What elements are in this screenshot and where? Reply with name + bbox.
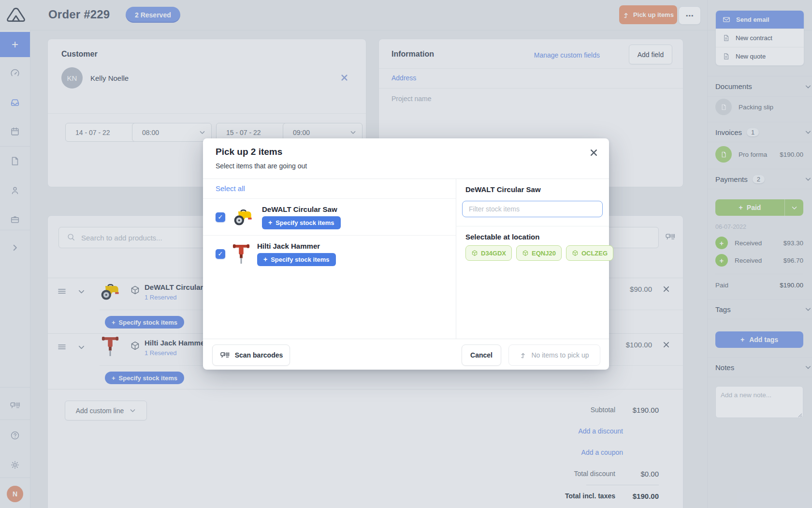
select-all-link[interactable]: Select all <box>216 184 245 193</box>
subtotal-value: $190.00 <box>628 406 659 414</box>
sidebar-item-documents[interactable] <box>0 156 30 166</box>
product-thumbnail-hammer <box>101 335 119 359</box>
sidebar-item-calendar[interactable] <box>0 126 30 137</box>
sidebar-item-settings[interactable] <box>0 460 30 470</box>
subtotal-row: Subtotal $190.00 <box>499 404 659 415</box>
drag-handle-icon[interactable] <box>58 344 66 350</box>
item-checkbox-checked[interactable]: ✓ <box>216 249 225 259</box>
add-field-button[interactable]: Add field <box>629 45 672 64</box>
total-discount-value: $0.00 <box>628 470 659 478</box>
packing-slip-row[interactable]: Packing slip <box>715 98 803 116</box>
stock-item-tag[interactable]: EQNJ20 <box>516 245 562 261</box>
page-title: Order #229 <box>48 8 110 21</box>
filter-stock-items-input[interactable] <box>462 201 603 217</box>
specify-stock-items-button[interactable]: + Specify stock items <box>105 372 184 384</box>
chevron-down-icon <box>805 83 812 90</box>
add-custom-line-select[interactable]: Add custom line <box>65 401 147 420</box>
payments-label: Payments <box>715 175 748 183</box>
user-avatar[interactable]: N <box>7 486 23 502</box>
row-expand-chevron-icon[interactable] <box>78 288 85 295</box>
paid-split-button[interactable]: + Paid <box>715 199 803 216</box>
add-tags-button[interactable]: + Add tags <box>715 331 803 348</box>
modal-detail-pane: DeWALT Circular Saw Selectable at locati… <box>456 179 609 339</box>
sidebar-expand-chevron[interactable] <box>0 243 30 252</box>
end-time-value: 09:00 <box>293 129 310 136</box>
remove-line-icon[interactable] <box>663 286 669 292</box>
modal-close-icon[interactable] <box>590 149 597 156</box>
modal-footer: Scan barcodes Cancel No items to pick up <box>203 339 609 370</box>
sidebar-item-orders[interactable] <box>0 97 30 108</box>
customer-clear-icon[interactable] <box>341 74 348 81</box>
item-checkbox-checked[interactable]: ✓ <box>216 212 225 222</box>
confirm-pickup-button[interactable]: No items to pick up <box>508 344 600 366</box>
textarea-resize-handle[interactable] <box>798 411 802 419</box>
add-discount-link[interactable]: Add a discount <box>578 427 623 435</box>
notes-textarea[interactable] <box>715 386 803 418</box>
row-expand-chevron-icon[interactable] <box>78 344 85 351</box>
add-coupon-link[interactable]: Add a coupon <box>581 448 623 456</box>
cancel-button[interactable]: Cancel <box>462 344 501 366</box>
product-name[interactable]: Hilti Jack Hammer <box>145 339 207 347</box>
search-icon <box>67 233 75 241</box>
specify-stock-items-label: Specify stock items <box>271 256 329 263</box>
app-frame: Order #229 2 Reserved Pick up items ⋯ + … <box>0 0 812 508</box>
more-button[interactable]: ⋯ <box>679 6 701 25</box>
payment-entry-row[interactable]: + Received $93.30 <box>715 236 803 250</box>
customer-name[interactable]: Kelly Noelle <box>90 74 129 82</box>
pickup-items-button[interactable]: Pick up items <box>619 5 677 24</box>
sidebar-item-customers[interactable] <box>0 185 30 196</box>
address-field-link[interactable]: Address <box>392 74 416 82</box>
customer-card-divider <box>48 113 366 114</box>
file-text-icon <box>723 34 730 42</box>
modal-header: Pick up 2 items Select items that are go… <box>203 138 609 179</box>
invoices-section-header[interactable]: Invoices 1 <box>708 122 812 142</box>
send-email-button[interactable]: Send email <box>716 11 804 29</box>
stock-item-tag[interactable]: OCLZEG <box>566 245 613 261</box>
sidebar-item-help[interactable] <box>0 430 30 441</box>
sidebar-item-scanner[interactable] <box>0 400 30 411</box>
modal-item-row: ✓ Hilti Jack Hammer + Specify stock item… <box>203 236 456 272</box>
paid-button-dropdown[interactable] <box>784 199 803 216</box>
new-quote-button[interactable]: New quote <box>716 47 804 65</box>
plus-icon: + <box>263 255 267 263</box>
item-info: DeWALT Circular Saw + Specify stock item… <box>262 205 341 229</box>
customer-card-title: Customer <box>61 50 98 59</box>
specify-stock-items-button[interactable]: + Specify stock items <box>257 253 336 266</box>
detail-divider <box>456 226 609 226</box>
proforma-icon <box>715 146 732 163</box>
stock-item-tag[interactable]: D34GDX <box>465 245 512 261</box>
tags-section-header[interactable]: Tags <box>708 299 812 319</box>
documents-section-header[interactable]: Documents <box>708 76 812 97</box>
add-tags-label: Add tags <box>749 336 778 344</box>
payment-entry-row[interactable]: + Received $96.70 <box>715 254 803 267</box>
project-name-field[interactable]: Project name <box>392 95 431 103</box>
selectable-at-location-label: Selectable at location <box>465 233 539 241</box>
payments-section-header[interactable]: Payments 2 <box>708 169 812 189</box>
manage-custom-fields-link[interactable]: Manage custom fields <box>534 51 600 59</box>
plus-icon: + <box>112 374 116 382</box>
start-date-field[interactable]: 14 - 07 - 22 <box>65 123 138 142</box>
paid-button-main[interactable]: + Paid <box>715 204 784 211</box>
drag-handle-icon[interactable] <box>58 288 66 295</box>
scan-barcodes-label: Scan barcodes <box>235 351 283 359</box>
new-contract-label: New contract <box>736 34 772 42</box>
specify-stock-items-button[interactable]: + Specify stock items <box>262 216 341 229</box>
app-logo-icon[interactable] <box>5 5 27 25</box>
specify-stock-items-button[interactable]: + Specify stock items <box>105 316 184 329</box>
stock-tag-label: D34GDX <box>481 250 506 257</box>
modal-item-name: DeWALT Circular Saw <box>262 205 341 213</box>
plus-icon: + <box>740 336 744 344</box>
remove-line-icon[interactable] <box>663 342 669 348</box>
scan-barcodes-button[interactable]: Scan barcodes <box>212 344 290 366</box>
top-bar: Order #229 2 Reserved Pick up items ⋯ <box>0 0 812 30</box>
notes-section-header[interactable]: Notes <box>708 357 812 377</box>
tags-label: Tags <box>715 305 731 314</box>
invoices-count-badge: 1 <box>747 128 759 136</box>
add-new-button[interactable]: + <box>0 32 30 57</box>
sidebar-item-products[interactable] <box>0 214 30 225</box>
scan-barcode-icon[interactable] <box>665 232 676 242</box>
start-time-field[interactable]: 08:00 <box>132 123 212 142</box>
proforma-row[interactable]: Pro forma $190.00 <box>715 146 803 163</box>
sidebar-item-dashboard[interactable] <box>0 68 30 78</box>
new-contract-button[interactable]: New contract <box>716 29 804 47</box>
